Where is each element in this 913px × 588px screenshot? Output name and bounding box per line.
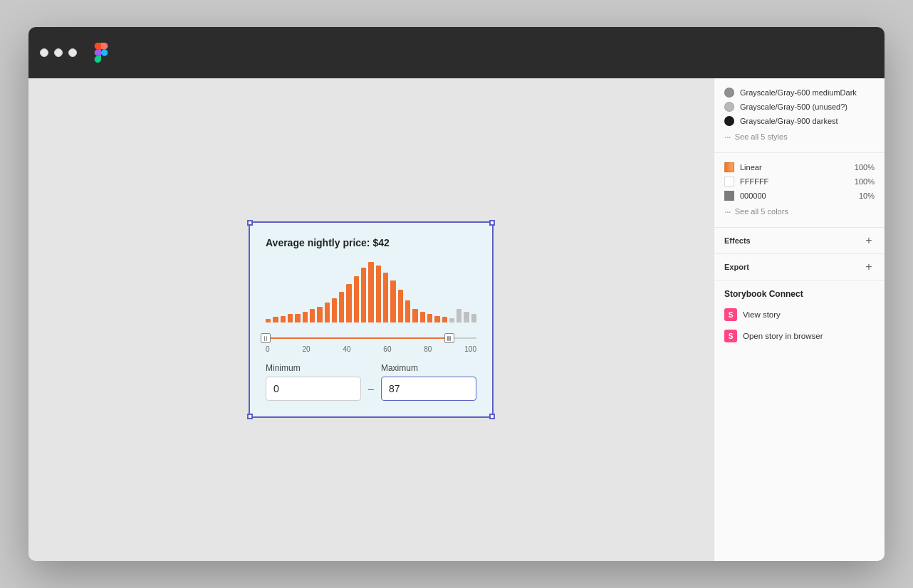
histogram-bar <box>376 266 381 322</box>
dots-icon: ··· <box>724 131 731 142</box>
maximum-input[interactable] <box>381 377 476 401</box>
storybook-title: Storybook Connect <box>724 289 875 299</box>
range-active-track <box>266 337 449 339</box>
separator: – <box>368 383 374 394</box>
fill-name-white: FFFFFF <box>740 177 849 186</box>
view-story-link[interactable]: S View story <box>724 306 875 323</box>
open-browser-label: Open story in browser <box>743 332 823 340</box>
handle-top-right[interactable] <box>489 220 495 226</box>
see-all-colors[interactable]: ··· See all 5 colors <box>724 203 875 220</box>
color-item-3: Grayscale/Gray-900 darkest <box>724 114 875 128</box>
storybook-section: Storybook Connect S View story S Open st… <box>714 280 885 353</box>
right-panel: Grayscale/Gray-600 mediumDark Grayscale/… <box>714 78 885 561</box>
histogram-bar <box>266 319 271 322</box>
fill-name-black: 000000 <box>740 191 853 200</box>
fill-opacity-black: 10% <box>859 191 875 200</box>
color-swatch-3 <box>724 116 734 126</box>
histogram-bar <box>427 314 432 322</box>
fill-swatch-white <box>724 177 734 187</box>
minimum-group: Minimum <box>266 363 361 401</box>
histogram-bar <box>354 276 359 322</box>
histogram-bars <box>266 258 476 322</box>
histogram-bar <box>464 312 469 322</box>
histogram-bar <box>361 268 366 322</box>
histogram-bar <box>368 262 373 322</box>
fill-swatch-linear <box>724 162 734 172</box>
fill-opacity-linear: 100% <box>855 163 875 172</box>
traffic-lights <box>40 48 77 57</box>
histogram-bar <box>317 307 322 322</box>
color-swatch-2 <box>724 102 734 112</box>
fills-section: Linear 100% FFFFFF 100% 000000 10% ··· S… <box>714 153 885 228</box>
component-frame: Average nightly price: $42 <box>249 221 494 418</box>
app-window: Average nightly price: $42 <box>28 27 885 561</box>
effects-add-button[interactable]: + <box>863 235 875 246</box>
export-title: Export <box>724 263 749 271</box>
histogram-bar <box>405 300 410 322</box>
export-section-header: Export + <box>714 254 885 280</box>
storybook-icon-2: S <box>724 330 737 342</box>
open-browser-link[interactable]: S Open story in browser <box>724 327 875 345</box>
histogram-bar <box>295 314 300 322</box>
handle-bottom-left[interactable] <box>247 414 253 419</box>
fill-item-linear: Linear 100% <box>724 160 875 174</box>
maximize-button[interactable] <box>68 48 77 57</box>
fill-opacity-white: 100% <box>855 177 875 186</box>
axis-labels: 0 20 40 60 80 100 <box>266 345 476 353</box>
fill-name-linear: Linear <box>740 163 849 172</box>
histogram-bar <box>346 284 351 322</box>
histogram-bar <box>310 309 315 322</box>
figma-logo <box>91 43 111 63</box>
range-slider[interactable] <box>266 332 476 344</box>
histogram-bar <box>303 312 308 322</box>
handle-top-left[interactable] <box>247 220 253 226</box>
histogram-bar <box>398 290 403 322</box>
histogram-bar <box>390 280 395 322</box>
close-button[interactable] <box>40 48 48 57</box>
color-item-1: Grayscale/Gray-600 mediumDark <box>724 85 875 100</box>
main-area: Average nightly price: $42 <box>28 78 885 561</box>
handle-bottom-right[interactable] <box>489 414 495 419</box>
histogram-bar <box>442 317 447 322</box>
fill-item-black: 000000 10% <box>724 189 875 203</box>
histogram-bar <box>273 317 278 322</box>
histogram-bar <box>412 309 417 322</box>
range-handle-left[interactable] <box>261 333 271 343</box>
color-swatch-1 <box>724 88 734 98</box>
effects-title: Effects <box>724 236 751 245</box>
minimize-button[interactable] <box>54 48 63 57</box>
see-all-styles-label: See all 5 styles <box>735 132 788 141</box>
color-name-3: Grayscale/Gray-900 darkest <box>740 117 838 125</box>
fill-swatch-black <box>724 191 734 201</box>
histogram-bar <box>332 298 337 322</box>
histogram-bar <box>288 314 293 322</box>
color-name-2: Grayscale/Gray-500 (unused?) <box>740 103 847 111</box>
see-all-colors-label: See all 5 colors <box>735 207 788 216</box>
maximum-group: Maximum <box>381 363 476 401</box>
range-handle-right[interactable] <box>444 333 454 343</box>
titlebar <box>28 27 885 78</box>
see-all-styles[interactable]: ··· See all 5 styles <box>724 128 875 145</box>
export-add-button[interactable]: + <box>863 261 875 273</box>
histogram-bar <box>325 303 330 322</box>
dots-colors-icon: ··· <box>724 206 731 217</box>
histogram-bar <box>434 316 439 322</box>
minimum-label: Minimum <box>266 363 361 373</box>
fill-item-white: FFFFFF 100% <box>724 174 875 189</box>
color-item-2: Grayscale/Gray-500 (unused?) <box>724 100 875 114</box>
histogram-bar <box>339 292 344 322</box>
canvas-area: Average nightly price: $42 <box>28 78 714 561</box>
histogram-bar <box>471 314 476 322</box>
price-card: Average nightly price: $42 <box>250 223 492 416</box>
maximum-label: Maximum <box>381 363 476 373</box>
color-styles-section: Grayscale/Gray-600 mediumDark Grayscale/… <box>714 78 885 153</box>
price-inputs: Minimum – Maximum <box>266 363 476 401</box>
histogram-bar <box>281 316 286 322</box>
minimum-input[interactable] <box>266 377 361 401</box>
view-story-label: View story <box>743 310 781 319</box>
histogram-bar <box>383 273 388 322</box>
histogram-bar <box>420 312 425 322</box>
effects-section-header: Effects + <box>714 228 885 254</box>
color-name-1: Grayscale/Gray-600 mediumDark <box>740 88 857 97</box>
storybook-icon-1: S <box>724 308 737 321</box>
